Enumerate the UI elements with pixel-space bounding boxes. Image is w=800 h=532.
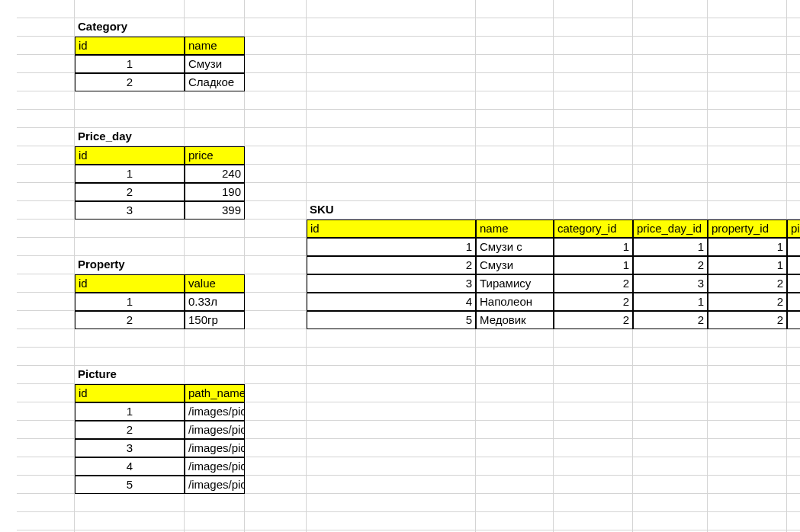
grid-cell[interactable] [708,201,787,220]
grid-cell[interactable] [708,37,787,55]
grid-cell[interactable] [245,183,307,201]
grid-cell[interactable] [476,0,554,18]
grid-cell[interactable] [633,37,708,55]
grid-cell[interactable] [245,439,307,457]
grid-cell[interactable] [787,348,800,366]
grid-cell[interactable] [75,110,185,128]
grid-cell[interactable] [307,37,476,55]
grid-cell[interactable] [307,329,476,348]
grid-cell[interactable] [307,128,476,146]
grid-cell[interactable] [633,348,708,366]
grid-cell[interactable] [476,146,554,165]
grid-cell[interactable] [476,439,554,457]
grid-cell[interactable] [17,256,75,274]
grid-cell[interactable] [17,146,75,165]
grid-cell[interactable] [476,183,554,201]
grid-cell[interactable] [245,0,307,18]
grid-cell[interactable] [633,402,708,421]
grid-cell[interactable] [787,201,800,220]
grid-cell[interactable] [554,201,633,220]
grid-cell[interactable] [245,201,307,220]
grid-cell[interactable] [17,201,75,220]
grid-cell[interactable] [307,476,476,494]
grid-cell[interactable] [554,402,633,421]
grid-cell[interactable] [17,110,75,128]
grid-cell[interactable] [185,0,245,18]
grid-cell[interactable] [245,146,307,165]
grid-cell[interactable] [185,110,245,128]
grid-cell[interactable] [17,329,75,348]
grid-cell[interactable] [554,329,633,348]
grid-cell[interactable] [307,457,476,476]
grid-cell[interactable] [75,238,185,256]
grid-cell[interactable] [633,128,708,146]
grid-cell[interactable] [476,165,554,183]
grid-cell[interactable] [708,439,787,457]
grid-cell[interactable] [185,220,245,238]
grid-cell[interactable] [633,512,708,530]
grid-cell[interactable] [17,18,75,37]
grid-cell[interactable] [787,55,800,73]
grid-cell[interactable] [185,512,245,530]
grid-cell[interactable] [554,421,633,439]
grid-cell[interactable] [17,55,75,73]
grid-cell[interactable] [307,55,476,73]
grid-cell[interactable] [554,457,633,476]
grid-cell[interactable] [554,73,633,91]
grid-cell[interactable] [307,146,476,165]
grid-cell[interactable] [17,274,75,293]
grid-cell[interactable] [787,146,800,165]
grid-cell[interactable] [554,165,633,183]
grid-cell[interactable] [708,110,787,128]
grid-cell[interactable] [554,91,633,110]
grid-cell[interactable] [554,348,633,366]
grid-cell[interactable] [17,348,75,366]
grid-cell[interactable] [75,494,185,512]
grid-cell[interactable] [708,91,787,110]
grid-cell[interactable] [17,384,75,402]
grid-cell[interactable] [245,220,307,238]
grid-cell[interactable] [17,512,75,530]
grid-cell[interactable] [245,293,307,311]
grid-cell[interactable] [17,293,75,311]
grid-cell[interactable] [787,91,800,110]
grid-cell[interactable] [476,494,554,512]
grid-cell[interactable] [708,402,787,421]
grid-cell[interactable] [476,366,554,384]
grid-cell[interactable] [185,494,245,512]
grid-cell[interactable] [245,110,307,128]
grid-cell[interactable] [476,384,554,402]
grid-cell[interactable] [787,421,800,439]
grid-cell[interactable] [75,329,185,348]
grid-cell[interactable] [708,165,787,183]
grid-cell[interactable] [245,128,307,146]
grid-cell[interactable] [554,18,633,37]
grid-cell[interactable] [185,238,245,256]
grid-cell[interactable] [185,18,245,37]
grid-cell[interactable] [245,476,307,494]
grid-cell[interactable] [75,220,185,238]
grid-cell[interactable] [708,73,787,91]
grid-cell[interactable] [787,18,800,37]
grid-cell[interactable] [633,421,708,439]
grid-cell[interactable] [245,274,307,293]
grid-cell[interactable] [476,55,554,73]
grid-cell[interactable] [708,183,787,201]
grid-cell[interactable] [17,366,75,384]
grid-cell[interactable] [476,348,554,366]
grid-cell[interactable] [307,91,476,110]
grid-cell[interactable] [307,0,476,18]
grid-cell[interactable] [787,73,800,91]
grid-cell[interactable] [245,238,307,256]
grid-cell[interactable] [633,183,708,201]
grid-cell[interactable] [75,0,185,18]
grid-cell[interactable] [307,402,476,421]
grid-cell[interactable] [245,73,307,91]
grid-cell[interactable] [708,512,787,530]
grid-cell[interactable] [708,128,787,146]
grid-cell[interactable] [17,439,75,457]
grid-cell[interactable] [17,494,75,512]
grid-cell[interactable] [708,55,787,73]
grid-cell[interactable] [708,476,787,494]
grid-cell[interactable] [554,512,633,530]
